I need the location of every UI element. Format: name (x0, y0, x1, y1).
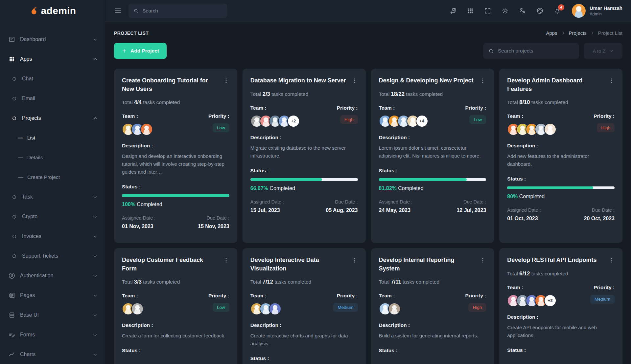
global-search[interactable] (129, 4, 227, 18)
card-menu-icon[interactable] (608, 257, 615, 264)
project-card: Develop RESTful API EndpointsTotal 6/12 … (499, 248, 622, 364)
total-tasks-count: 6/12 (519, 270, 530, 276)
sidebar-item-authentication[interactable]: Authentication (0, 266, 105, 286)
add-project-button[interactable]: Add Project (114, 43, 167, 59)
progress-bar (507, 186, 615, 189)
project-card: Design & Developing New ProjectTotal 18/… (371, 69, 494, 243)
circle-icon (12, 214, 17, 219)
card-menu-icon[interactable] (608, 77, 615, 84)
sidebar-item-list[interactable]: —List (0, 128, 105, 148)
total-tasks: Total 6/12 tasks completed (507, 270, 615, 277)
team-avatars (250, 303, 281, 315)
status-label: Status : (122, 184, 229, 190)
menu-toggle-icon[interactable] (114, 7, 122, 15)
breadcrumb-link-apps[interactable]: Apps (546, 30, 557, 36)
sidebar-item-email[interactable]: Email (0, 89, 105, 108)
user-profile[interactable]: Umar Hamzah Admin (572, 4, 622, 18)
priority-label: Priority : (465, 105, 486, 111)
sidebar-item-chat[interactable]: Chat (0, 69, 105, 89)
description-text: Create interactive charts and graphs for… (250, 332, 358, 348)
fullscreen-icon[interactable] (484, 7, 491, 14)
due-date-value: 15 Nov, 2023 (198, 224, 229, 229)
due-date-value: 12 Jul, 2023 (456, 207, 486, 213)
sidebar-item-base-ui[interactable]: Base UI (0, 305, 105, 325)
sidebar-item-pages[interactable]: Pages (0, 286, 105, 305)
global-search-input[interactable] (142, 8, 222, 13)
priority-label: Priority : (590, 285, 615, 290)
top-header: 4 Umar Hamzah Admin (105, 0, 631, 22)
priority-badge: High (597, 123, 615, 132)
description-text: Build a system for generating internal r… (379, 332, 486, 340)
circle-icon (12, 116, 17, 121)
sidebar-item-details[interactable]: —Details (0, 148, 105, 167)
card-menu-icon[interactable] (479, 257, 486, 264)
description-text: Design and develop an interactive onboar… (122, 152, 229, 176)
due-date-label: Due Date : (206, 215, 229, 221)
team-avatars (122, 123, 153, 136)
brand-logo[interactable]: ademin (0, 0, 105, 22)
card-menu-icon[interactable] (479, 77, 486, 84)
completion-text: 80% Completed (507, 194, 615, 200)
sidebar-item-charts[interactable]: Charts (0, 345, 105, 364)
sidebar-item-label: Crypto (22, 214, 37, 220)
sidebar-menu: DashboardAppsChatEmailProjects—List—Deta… (0, 22, 105, 364)
description-text: Create API endpoints for mobile and web … (507, 324, 615, 339)
progress-fill (379, 178, 467, 181)
breadcrumb-link-projects[interactable]: Projects (569, 30, 587, 36)
sidebar-item-label: Chat (22, 76, 33, 82)
circle-icon (12, 96, 17, 101)
sidebar-item-create-project[interactable]: —Create Project (0, 167, 105, 187)
total-tasks: Total 4/4 tasks completed (122, 99, 229, 105)
priority-badge: Medium (333, 303, 358, 312)
card-menu-icon[interactable] (351, 77, 358, 84)
priority-label: Priority : (208, 113, 229, 119)
sidebar-item-invoices[interactable]: Invoices (0, 226, 105, 246)
team-avatar (269, 303, 281, 315)
progress-bar (250, 178, 358, 181)
card-menu-icon[interactable] (223, 257, 229, 264)
sidebar-item-support-tickets[interactable]: Support Tickets (0, 246, 105, 266)
project-card: Create Onboarding Tutorial for New Users… (114, 69, 237, 243)
sidebar-item-task[interactable]: Task (0, 187, 105, 207)
rtl-toggle-icon[interactable] (449, 7, 456, 14)
due-date-label: Due Date : (592, 207, 615, 213)
card-menu-icon[interactable] (351, 257, 358, 264)
status-label: Status : (379, 168, 486, 174)
card-menu-icon[interactable] (223, 77, 229, 84)
forms-icon (8, 331, 15, 338)
priority-label: Priority : (333, 293, 358, 299)
team-avatar-more: +2 (544, 294, 556, 307)
team-avatars (379, 303, 401, 315)
project-search-input[interactable] (498, 48, 574, 54)
team-avatar (140, 123, 153, 136)
project-card: Develop Customer Feedback FormTotal 3/3 … (114, 248, 237, 364)
sidebar-item-dashboard[interactable]: Dashboard (0, 30, 105, 49)
project-search[interactable] (483, 43, 579, 59)
sidebar-item-projects[interactable]: Projects (0, 108, 105, 128)
assigned-date-label: Assigned Date : (122, 215, 155, 221)
sidebar-item-forms[interactable]: Forms (0, 325, 105, 345)
sidebar-item-label: Pages (20, 292, 35, 298)
team-avatars: +2 (507, 294, 556, 307)
sidebar-item-label: Forms (20, 332, 35, 338)
notifications-icon[interactable]: 4 (554, 7, 561, 14)
due-date-label: Due Date : (463, 199, 486, 204)
user-icon (8, 272, 15, 279)
apps-grid-icon[interactable] (467, 7, 474, 14)
dash-icon: — (18, 135, 23, 141)
light-mode-icon[interactable] (502, 7, 509, 14)
completion-text: 100% Completed (122, 202, 229, 207)
sidebar: ademin DashboardAppsChatEmailProjects—Li… (0, 0, 105, 364)
priority-label: Priority : (337, 105, 358, 111)
language-icon[interactable] (519, 7, 526, 14)
sidebar-item-label: Dashboard (20, 36, 46, 42)
sidebar-item-apps[interactable]: Apps (0, 49, 105, 69)
description-text: Migrate existing database to the new ser… (250, 144, 358, 160)
team-label: Team : (250, 105, 300, 111)
sidebar-item-label: Support Tickets (22, 253, 58, 259)
theme-palette-icon[interactable] (536, 7, 544, 14)
total-tasks-count: 2/3 (263, 91, 270, 97)
sort-dropdown[interactable]: A to Z (584, 43, 622, 59)
completion-percent: 80% (507, 194, 518, 199)
sidebar-item-crypto[interactable]: Crypto (0, 207, 105, 226)
